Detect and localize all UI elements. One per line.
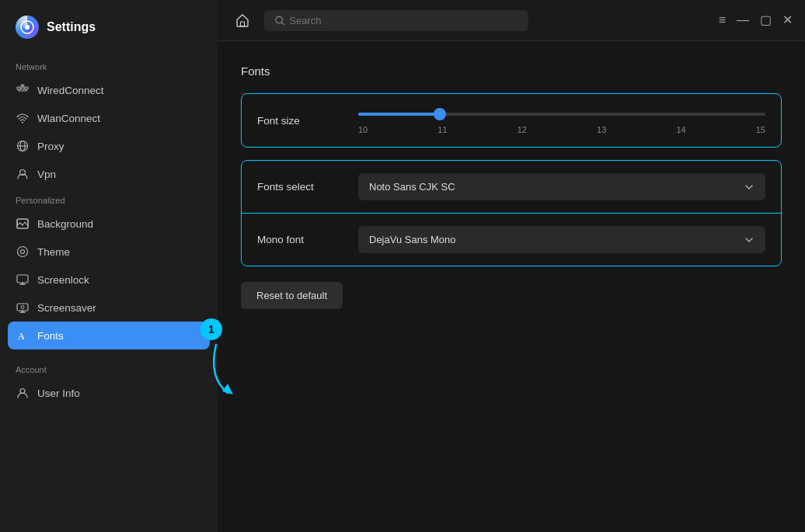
- network-wired-icon: [16, 83, 30, 97]
- chevron-down-icon-2: [744, 235, 754, 245]
- search-input[interactable]: [289, 15, 518, 26]
- window-controls: ≡ — ▢ ✕: [719, 14, 793, 26]
- font-size-label: Font size: [257, 115, 358, 127]
- mono-font-value: DejaVu Sans Mono: [369, 234, 456, 245]
- tick-11: 11: [437, 125, 447, 134]
- annotation-arrow: [200, 339, 247, 404]
- sidebar-label-wlanconnect: WlanConnect: [37, 113, 100, 124]
- font-size-slider-track: [358, 113, 765, 116]
- section-title: Fonts: [241, 64, 782, 78]
- minimize-button[interactable]: —: [737, 14, 749, 26]
- svg-marker-0: [222, 384, 233, 395]
- app-title-text: Settings: [47, 20, 96, 34]
- sidebar-label-screenlock: Screenlock: [37, 274, 89, 286]
- svg-point-2: [25, 25, 30, 30]
- sidebar-item-screenlock[interactable]: Screenlock: [0, 266, 218, 294]
- search-bar[interactable]: [264, 10, 528, 31]
- wifi-icon: [16, 111, 30, 125]
- mono-font-dropdown[interactable]: DejaVu Sans Mono: [358, 226, 765, 253]
- reset-to-default-button[interactable]: Reset to default: [241, 282, 343, 309]
- screensaver-icon: [16, 301, 30, 315]
- svg-line-28: [281, 22, 284, 24]
- annotation-bubble: 1: [200, 318, 222, 340]
- svg-rect-26: [241, 22, 245, 26]
- fonts-select-dropdown[interactable]: Noto Sans CJK SC: [358, 173, 765, 200]
- sidebar-section-network: Network: [0, 54, 218, 76]
- menu-button[interactable]: ≡: [719, 14, 726, 26]
- tick-15: 15: [756, 125, 765, 134]
- screenlock-icon: [16, 273, 30, 287]
- svg-rect-3: [17, 87, 20, 89]
- sidebar-label-wiredconnect: WiredConnect: [37, 85, 104, 96]
- sidebar-label-vpn: Vpn: [37, 169, 56, 180]
- sidebar-item-userinfo[interactable]: User Info: [0, 379, 218, 407]
- svg-point-23: [21, 306, 24, 309]
- sidebar-label-userinfo: User Info: [37, 388, 80, 399]
- sidebar-item-wiredconnect[interactable]: WiredConnect: [0, 76, 218, 104]
- mono-font-row: Mono font DejaVu Sans Mono: [242, 214, 781, 266]
- mono-font-label: Mono font: [257, 234, 358, 245]
- tick-12: 12: [518, 125, 527, 134]
- fonts-select-value: Noto Sans CJK SC: [369, 181, 455, 193]
- fonts-select-row: Fonts select Noto Sans CJK SC: [242, 161, 781, 213]
- font-size-slider-labels: 10 11 12 13 14 15: [358, 125, 765, 134]
- theme-icon: [16, 245, 30, 259]
- sidebar-label-screensaver: Screensaver: [37, 302, 96, 314]
- svg-point-8: [22, 122, 23, 123]
- font-size-slider-fill: [358, 113, 440, 116]
- sidebar-label-fonts: Fonts: [37, 330, 64, 342]
- font-size-row: Font size 10 11 12 13: [242, 94, 781, 147]
- svg-point-15: [18, 247, 28, 257]
- topbar: ≡ — ▢ ✕: [218, 0, 805, 41]
- svg-rect-20: [17, 304, 28, 311]
- sidebar-item-theme[interactable]: Theme: [0, 238, 218, 266]
- svg-rect-4: [21, 87, 24, 89]
- chevron-down-icon: [744, 182, 754, 193]
- tick-13: 13: [597, 125, 606, 134]
- sidebar-section-personalized: Personalized: [0, 188, 218, 210]
- sidebar-label-theme: Theme: [37, 246, 70, 258]
- font-size-card: Font size 10 11 12 13: [241, 93, 782, 148]
- proxy-icon: [16, 139, 30, 153]
- tick-14: 14: [676, 125, 685, 134]
- sidebar-item-vpn[interactable]: Vpn: [0, 160, 218, 188]
- app-title-bar: Settings: [0, 16, 218, 54]
- home-button[interactable]: [230, 8, 255, 33]
- fonts-icon: A: [16, 329, 30, 342]
- fonts-select-label: Fonts select: [257, 181, 358, 193]
- sidebar-label-proxy: Proxy: [37, 141, 64, 152]
- tick-10: 10: [358, 125, 368, 134]
- maximize-button[interactable]: ▢: [760, 14, 772, 26]
- background-icon: [16, 217, 30, 231]
- svg-rect-17: [17, 275, 28, 283]
- sidebar-section-account: Account: [0, 357, 218, 379]
- close-button[interactable]: ✕: [782, 14, 793, 26]
- svg-text:A: A: [18, 331, 25, 342]
- vpn-icon: [16, 167, 30, 181]
- sidebar-item-proxy[interactable]: Proxy: [0, 132, 218, 160]
- sidebar-item-fonts[interactable]: A Fonts: [8, 322, 210, 349]
- font-size-slider-thumb[interactable]: [434, 108, 446, 120]
- app-icon: [16, 16, 39, 39]
- sidebar-item-screensaver[interactable]: Screensaver: [0, 294, 218, 322]
- page-content: Fonts Font size 10 11: [218, 41, 805, 532]
- sidebar: Settings Network WiredConnect: [0, 0, 218, 532]
- sidebar-label-background: Background: [37, 218, 93, 230]
- svg-point-16: [21, 250, 25, 254]
- sidebar-item-background[interactable]: Background: [0, 210, 218, 238]
- annotation-number: 1: [208, 323, 214, 336]
- svg-rect-5: [25, 87, 28, 89]
- font-size-slider-container: 10 11 12 13 14 15: [358, 106, 765, 134]
- svg-rect-7: [21, 85, 24, 86]
- fonts-card: Fonts select Noto Sans CJK SC Mono font …: [241, 160, 782, 266]
- main-content: ≡ — ▢ ✕ Fonts Font size: [218, 0, 805, 532]
- sidebar-item-wlanconnect[interactable]: WlanConnect: [0, 104, 218, 132]
- font-size-slider-track-area[interactable]: [358, 106, 765, 122]
- user-icon: [16, 386, 30, 400]
